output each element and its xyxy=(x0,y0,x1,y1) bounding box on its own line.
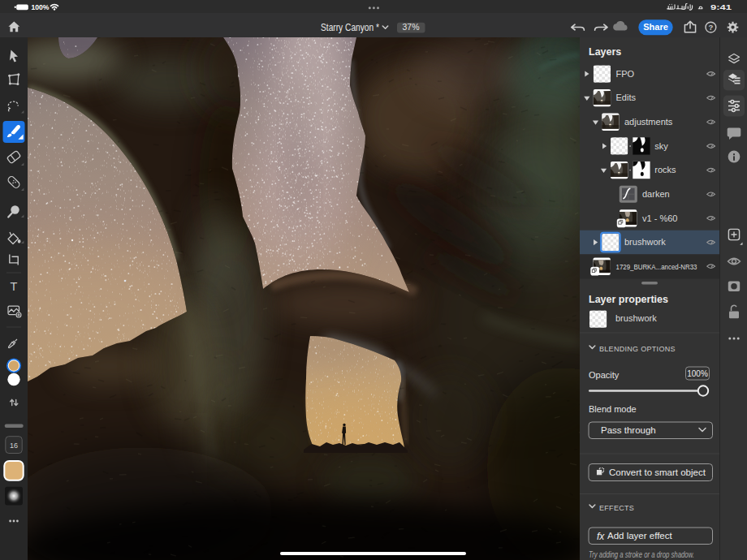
svg-text:BLENDING OPTIONS: BLENDING OPTIONS xyxy=(599,345,676,353)
svg-text:sky: sky xyxy=(654,141,668,151)
svg-text:Add layer effect: Add layer effect xyxy=(607,531,673,541)
svg-text:T: T xyxy=(11,280,18,293)
svg-text:EFFECTS: EFFECTS xyxy=(599,504,634,512)
svg-text:Pass through: Pass through xyxy=(601,425,656,435)
svg-text:100%: 100% xyxy=(32,3,50,11)
svg-text:darken: darken xyxy=(642,189,670,199)
svg-text:16: 16 xyxy=(10,442,18,450)
svg-text:v1 - %60: v1 - %60 xyxy=(642,213,677,223)
svg-text:Share: Share xyxy=(643,22,668,32)
svg-text:Edits: Edits xyxy=(616,93,637,102)
svg-text:?: ? xyxy=(708,23,713,32)
svg-text:Starry Canyon *: Starry Canyon * xyxy=(321,22,379,33)
svg-text:37%: 37% xyxy=(402,22,419,32)
svg-text:brushwork: brushwork xyxy=(624,237,666,247)
svg-text:Try adding a stroke or a drop: Try adding a stroke or a drop shadow. xyxy=(589,550,694,559)
svg-text:Layer properties: Layer properties xyxy=(589,294,668,305)
svg-text:100%: 100% xyxy=(687,369,708,378)
svg-text:adjustments: adjustments xyxy=(624,117,673,127)
svg-text:FPO: FPO xyxy=(616,69,635,79)
svg-text:9:41: 9:41 xyxy=(710,2,732,11)
svg-text:Blend mode: Blend mode xyxy=(589,404,637,414)
svg-text:brushwork: brushwork xyxy=(615,313,657,323)
svg-text:Opacity: Opacity xyxy=(589,370,620,380)
svg-text:rocks: rocks xyxy=(654,165,676,174)
svg-text:fx: fx xyxy=(597,531,605,542)
svg-text:Layers: Layers xyxy=(589,46,621,58)
svg-text:1729_BURKA...anced-NR33: 1729_BURKA...anced-NR33 xyxy=(616,263,697,271)
svg-text:Convert to smart object: Convert to smart object xyxy=(609,467,706,477)
